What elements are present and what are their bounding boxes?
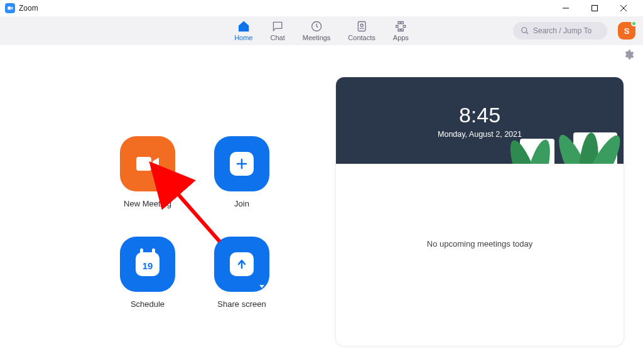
avatar-initial: S: [624, 26, 630, 36]
tab-label: Contacts: [348, 34, 375, 41]
nav-tabs: Home Chat Meetings Contacts Apps: [234, 20, 409, 41]
actions-grid: New Meeting Join 19 Schedule: [100, 136, 289, 346]
home-icon: [237, 20, 250, 33]
main-content: New Meeting Join 19 Schedule: [0, 63, 643, 346]
action-label: Join: [234, 199, 249, 208]
clock-date: Monday, August 2, 2021: [438, 130, 522, 139]
svg-line-8: [526, 32, 529, 35]
tab-label: Meetings: [303, 34, 331, 41]
presence-indicator-icon: [631, 21, 637, 26]
video-icon: [135, 154, 160, 173]
share-screen-button[interactable]: [214, 237, 269, 292]
window-controls: [551, 0, 638, 16]
maximize-button[interactable]: [580, 0, 609, 16]
new-meeting-button[interactable]: [120, 136, 175, 191]
action-label: New Meeting: [124, 199, 171, 208]
search-icon: [521, 26, 529, 35]
action-new-meeting: New Meeting: [100, 136, 195, 218]
clock-icon: [310, 20, 323, 33]
join-button[interactable]: [214, 136, 269, 191]
plus-icon: [230, 152, 254, 176]
action-label: Schedule: [131, 299, 165, 309]
arrow-up-icon: [230, 252, 254, 276]
chevron-down-icon: [165, 185, 170, 188]
tab-home[interactable]: Home: [234, 20, 252, 41]
top-nav: Home Chat Meetings Contacts Apps: [0, 16, 643, 45]
tab-contacts[interactable]: Contacts: [348, 20, 375, 41]
action-schedule: 19 Schedule: [100, 237, 195, 318]
chat-icon: [271, 20, 284, 33]
svg-rect-9: [136, 157, 151, 171]
tab-label: Home: [234, 34, 252, 41]
empty-message: No upcoming meetings today: [427, 239, 532, 249]
app-title: Zoom: [19, 4, 38, 13]
apps-icon: [394, 20, 407, 33]
chevron-down-icon: [259, 285, 264, 288]
svg-point-6: [360, 24, 363, 26]
tab-apps[interactable]: Apps: [393, 20, 409, 41]
info-panel: 8:45 Monday, August 2, 2021 No upcoming …: [335, 77, 624, 346]
plant-illustration-icon: [520, 139, 554, 164]
close-button[interactable]: [609, 0, 638, 16]
action-label: Share screen: [217, 299, 266, 309]
contacts-icon: [355, 20, 368, 33]
svg-point-7: [522, 28, 527, 33]
hero-banner: 8:45 Monday, August 2, 2021: [336, 77, 624, 164]
svg-rect-1: [592, 6, 598, 11]
zoom-logo-icon: [5, 3, 15, 13]
tab-label: Apps: [393, 34, 409, 41]
plant-illustration-icon: [573, 132, 617, 164]
search-input[interactable]: Search / Jump To: [513, 22, 607, 40]
calendar-icon: 19: [136, 252, 159, 276]
action-share-screen: Share screen: [195, 237, 289, 318]
search-placeholder: Search / Jump To: [533, 26, 592, 35]
tab-meetings[interactable]: Meetings: [303, 20, 331, 41]
clock-time: 8:45: [459, 103, 500, 127]
titlebar: Zoom: [0, 0, 643, 16]
settings-bar: [0, 45, 643, 63]
minimize-button[interactable]: [551, 0, 580, 16]
settings-button[interactable]: [623, 49, 634, 63]
action-join: Join: [195, 136, 289, 218]
tab-chat[interactable]: Chat: [270, 20, 284, 41]
gear-icon: [623, 49, 634, 60]
calendar-day: 19: [143, 260, 153, 271]
tab-label: Chat: [270, 34, 284, 41]
schedule-button[interactable]: 19: [120, 237, 175, 292]
avatar[interactable]: S: [618, 22, 635, 40]
meetings-empty-state: No upcoming meetings today: [336, 164, 624, 249]
